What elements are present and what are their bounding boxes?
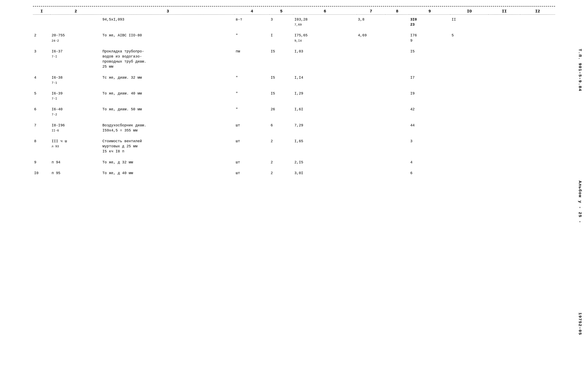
cell-desc: То же, диам. 40 мм: [101, 88, 234, 105]
side-label-top: Т.П. 901-5-9.84: [578, 49, 582, 91]
cell-unit: шт: [234, 136, 269, 157]
cell-11: [488, 136, 520, 157]
cell-num: [33, 15, 50, 31]
cell-12: [520, 15, 555, 31]
cell-9: 3I023: [409, 15, 450, 31]
col-header-5: 5: [269, 8, 293, 15]
cell-unit: ": [234, 88, 269, 105]
cell-8: [385, 73, 409, 88]
cell-10: [450, 46, 488, 73]
cell-5: 3: [269, 15, 293, 31]
col-header-7: 7: [357, 8, 385, 15]
cell-7: [357, 168, 385, 179]
cell-11: [488, 168, 520, 179]
col-header-4: 4: [234, 8, 269, 15]
cell-num: 7: [33, 121, 50, 136]
cell-6: I,6I: [293, 105, 357, 120]
cell-5: 2: [269, 168, 293, 179]
cell-10: [450, 136, 488, 157]
cell-11: [488, 88, 520, 105]
cell-desc: То же, д 32 мм: [101, 157, 234, 168]
cell-10: [450, 168, 488, 179]
cell-11: [488, 73, 520, 88]
cell-7: [357, 157, 385, 168]
cell-ref: I6-377-I: [50, 46, 101, 73]
col-header-6: 6: [293, 8, 357, 15]
cell-7: 3,8: [357, 15, 385, 31]
cell-11: [488, 15, 520, 31]
cell-11: [488, 121, 520, 136]
cell-unit: ": [234, 30, 269, 46]
cell-5: 2: [269, 136, 293, 157]
cell-num: 2: [33, 30, 50, 46]
table-row: 2 20-75524-2 То же, АIBC IIO-80 " I I75,…: [33, 30, 555, 46]
cell-5: I5: [269, 88, 293, 105]
cell-10: [450, 105, 488, 120]
cell-12: [520, 88, 555, 105]
cell-9: 42: [409, 105, 450, 120]
page-container: I 2 3 4 5 6 7 8 9 IO II I2 94,5xI,093 в-…: [25, 0, 563, 185]
table-row: 4 I6-387-1 Тс же, диам. 32 мм " I5 I,I4 …: [33, 73, 555, 88]
cell-10: [450, 157, 488, 168]
cell-desc: Тс же, диам. 32 мм: [101, 73, 234, 88]
cell-12: [520, 30, 555, 46]
cell-ref: 20-75524-2: [50, 30, 101, 46]
cell-5: 2: [269, 157, 293, 168]
main-table: I 2 3 4 5 6 7 8 9 IO II I2 94,5xI,093 в-…: [33, 8, 555, 179]
cell-7: [357, 121, 385, 136]
cell-9: 44: [409, 121, 450, 136]
cell-num: 5: [33, 88, 50, 105]
cell-ref: I8-I96II-6: [50, 121, 101, 136]
cell-6: I,29: [293, 88, 357, 105]
cell-6: 2,I5: [293, 157, 357, 168]
cell-5: I5: [269, 73, 293, 88]
table-row: 5 I6-397-I То же, диам. 40 мм " I5 I,29 …: [33, 88, 555, 105]
cell-6: 3,0I: [293, 168, 357, 179]
cell-10: [450, 88, 488, 105]
cell-5: I: [269, 30, 293, 46]
cell-9: I7: [409, 73, 450, 88]
cell-ref: п 95: [50, 168, 101, 179]
cell-unit: шт: [234, 168, 269, 179]
cell-7: [357, 88, 385, 105]
table-row: 7 I8-I96II-6 Воздухосборник диам.I59x4,5…: [33, 121, 555, 136]
cell-6: 7,29: [293, 121, 357, 136]
cell-desc: Прокладка трубопро-водов из водогазо-про…: [101, 46, 234, 73]
cell-desc: То же, диам. 50 мм: [101, 105, 234, 120]
cell-unit: ": [234, 73, 269, 88]
cell-num: 4: [33, 73, 50, 88]
cell-11: [488, 105, 520, 120]
cell-8: [385, 105, 409, 120]
cell-8: [385, 30, 409, 46]
cell-ref: I6-397-I: [50, 88, 101, 105]
cell-11: [488, 46, 520, 73]
col-header-12: I2: [520, 8, 555, 15]
cell-9: 6: [409, 168, 450, 179]
cell-num: 9: [33, 157, 50, 168]
cell-unit: пм: [234, 46, 269, 73]
table-row: 94,5xI,093 в-т 3 I03,287,69 3,8 3I023 II: [33, 15, 555, 31]
cell-11: [488, 157, 520, 168]
cell-7: 4,69: [357, 30, 385, 46]
cell-6: I,03: [293, 46, 357, 73]
cell-8: [385, 168, 409, 179]
side-labels: Т.П. 901-5-9.84 Альбом у - 25 - 19752-05: [572, 0, 588, 384]
cell-8: [385, 46, 409, 73]
table-row: 6 I6-407-2 То же, диам. 50 мм " 26 I,6I …: [33, 105, 555, 120]
col-header-9: 9: [409, 8, 450, 15]
cell-unit: в-т: [234, 15, 269, 31]
header-row: I 2 3 4 5 6 7 8 9 IO II I2: [33, 8, 555, 15]
col-header-10: IO: [450, 8, 488, 15]
cell-unit: ": [234, 105, 269, 120]
cell-6: I03,287,69: [293, 15, 357, 31]
cell-12: [520, 121, 555, 136]
cell-ref: I6-387-1: [50, 73, 101, 88]
top-border: [33, 6, 555, 6]
cell-8: [385, 157, 409, 168]
cell-8: [385, 88, 409, 105]
cell-10: [450, 121, 488, 136]
col-header-3: 3: [101, 8, 234, 15]
cell-8: [385, 121, 409, 136]
cell-7: [357, 136, 385, 157]
side-label-bottom: 19752-05: [578, 313, 582, 335]
